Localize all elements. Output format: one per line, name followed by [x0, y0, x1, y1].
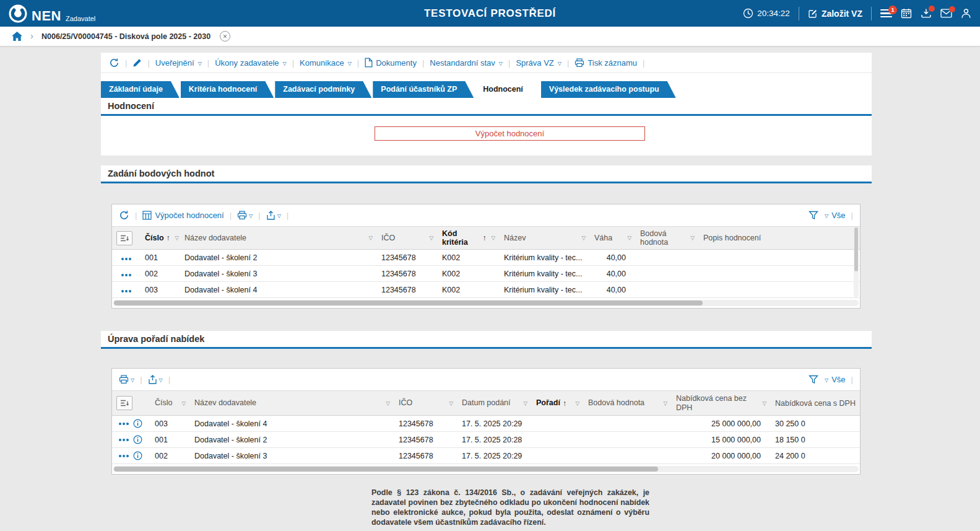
menu-dokumenty[interactable]: Dokumenty: [365, 58, 417, 68]
col-nazev-dodavatele[interactable]: Název dodavatele▽: [190, 391, 394, 416]
col-poradi[interactable]: Pořadí↑▽: [532, 391, 584, 416]
vertical-scrollbar[interactable]: [854, 227, 859, 297]
scrollbar-thumb[interactable]: [114, 467, 658, 472]
horizontal-scrollbar[interactable]: [113, 300, 859, 306]
col-ico[interactable]: IČO▽: [394, 391, 457, 416]
vypocet-hodnoceni-link[interactable]: Výpočet hodnocení: [142, 211, 223, 220]
cell-poradi[interactable]: [532, 416, 584, 432]
col-cislo[interactable]: Číslo▽: [150, 391, 190, 416]
tab-kriteria-hodnoceni[interactable]: Kritéria hodnocení: [181, 81, 274, 98]
menu-uverejneni[interactable]: Uveřejnění▽: [155, 58, 202, 68]
filter-icon[interactable]: ▽: [449, 400, 453, 406]
col-popis-hodnoceni[interactable]: Popis hodnocení: [699, 227, 860, 250]
col-bodova-hodnota[interactable]: Bodová hodnota▽: [584, 391, 672, 416]
filter-icon[interactable]: ▽: [663, 400, 667, 406]
menu-tisk-zaznamu[interactable]: Tisk záznamu: [575, 58, 637, 68]
edit-record-icon[interactable]: [132, 58, 142, 68]
menu-nestandardni-stav[interactable]: Nestandardní stav▽: [430, 58, 503, 68]
menu-ukony-zadavatele[interactable]: Úkony zadavatele▽: [215, 58, 287, 68]
export-button[interactable]: ▽: [266, 211, 281, 221]
col-nazev-dodavatele[interactable]: Název dodavatele▽: [180, 227, 377, 250]
table-row[interactable]: 001 Dodavatel - školení 2 12345678 17. 5…: [112, 432, 860, 448]
filter-icon[interactable]: ▽: [523, 400, 527, 406]
col-bodova-hodnota[interactable]: Bodová hodnota▽: [636, 227, 699, 250]
view-all-dropdown[interactable]: ▽ Vše: [824, 375, 846, 384]
row-actions-icon[interactable]: [121, 274, 124, 276]
print-button[interactable]: ▽: [237, 211, 253, 220]
funnel-icon[interactable]: [809, 211, 818, 220]
menu-komunikace[interactable]: Komunikace▽: [300, 58, 352, 68]
column-chooser-button[interactable]: [116, 396, 132, 410]
cell-bodova[interactable]: [636, 266, 699, 282]
row-actions-icon[interactable]: [119, 455, 121, 457]
close-record-icon[interactable]: ✕: [220, 31, 230, 42]
tab-zadavaci-podminky[interactable]: Zadávací podmínky: [275, 81, 371, 98]
refresh-icon[interactable]: [119, 210, 129, 221]
messages-button[interactable]: [940, 9, 952, 18]
filter-icon[interactable]: ▽: [175, 235, 180, 241]
col-cena-bez-dph[interactable]: Nabídková cena bez DPH▽: [672, 391, 771, 416]
filter-icon[interactable]: ▽: [627, 235, 631, 241]
col-cislo[interactable]: Číslo↑▽: [141, 227, 180, 250]
order-table-scrollport: Číslo▽ Název dodavatele▽ IČO▽ Datum podá…: [112, 390, 860, 464]
cell-popis[interactable]: [699, 266, 860, 282]
table-row[interactable]: 002 Dodavatel - školení 3 12345678 17. 5…: [112, 448, 860, 464]
filter-icon[interactable]: ▽: [429, 235, 433, 241]
cell-poradi[interactable]: [532, 432, 584, 448]
filter-icon[interactable]: ▽: [181, 400, 186, 406]
menu-sprava-vz[interactable]: Správa VZ▽: [516, 58, 562, 68]
print-button[interactable]: ▽: [119, 375, 134, 384]
export-button[interactable]: ▽: [148, 375, 163, 385]
row-actions-icon[interactable]: [119, 423, 121, 425]
tab-hodnoceni[interactable]: Hodnocení: [475, 81, 540, 98]
cell-bodova[interactable]: [636, 250, 699, 266]
col-cena-s-dph[interactable]: Nabídková cena s DPH: [771, 391, 860, 416]
create-vz-button[interactable]: Založit VZ: [808, 9, 862, 19]
col-nazev[interactable]: Název▽: [500, 227, 590, 250]
cell-bodova[interactable]: [636, 282, 699, 298]
tab-vysledek-zadavaciho-postupu[interactable]: Výsledek zadávacího postupu: [541, 81, 676, 98]
funnel-icon[interactable]: [809, 375, 818, 384]
col-ico[interactable]: IČO▽: [377, 227, 438, 250]
downloads-button[interactable]: [921, 8, 932, 19]
info-icon[interactable]: [133, 435, 142, 444]
row-actions-icon[interactable]: [121, 290, 124, 292]
filter-icon[interactable]: ▽: [386, 400, 390, 406]
brand[interactable]: NEN Zadavatel: [9, 4, 95, 23]
cell-poradi[interactable]: [532, 448, 584, 464]
scrollbar-thumb[interactable]: [854, 227, 858, 271]
main-menu-button[interactable]: 1: [880, 9, 892, 18]
tab-zakladni-udaje[interactable]: Základní údaje: [101, 81, 180, 98]
table-row[interactable]: 001 Dodavatel - školení 2 12345678 K002 …: [112, 250, 860, 266]
view-all-dropdown[interactable]: ▽ Vše: [824, 211, 846, 220]
profile-button[interactable]: [961, 8, 971, 19]
row-actions-icon[interactable]: [119, 439, 121, 441]
filter-icon[interactable]: ▽: [762, 400, 766, 406]
info-icon[interactable]: [133, 451, 142, 460]
column-chooser-button[interactable]: [116, 231, 132, 245]
cell-popis[interactable]: [699, 250, 860, 266]
table-row[interactable]: 003 Dodavatel - školení 4 12345678 17. 5…: [112, 416, 860, 432]
info-icon[interactable]: [133, 419, 142, 428]
tab-podani-ucastniku-zp[interactable]: Podání účastníků ZP: [373, 81, 474, 98]
row-actions-icon[interactable]: [121, 258, 124, 260]
printer-icon: [575, 58, 584, 68]
breadcrumb-record[interactable]: N006/25/V00004745 - Disková pole 2025 - …: [41, 32, 210, 41]
horizontal-scrollbar[interactable]: [113, 466, 859, 472]
vypocet-hodnoceni-button[interactable]: Výpočet hodnocení: [375, 126, 645, 141]
home-icon[interactable]: [12, 32, 22, 41]
col-vaha[interactable]: Váha▽: [590, 227, 636, 250]
history-icon[interactable]: [109, 58, 119, 68]
col-datum-podani[interactable]: Datum podání▽: [457, 391, 532, 416]
table-row[interactable]: 002 Dodavatel - školení 3 12345678 K002 …: [112, 266, 860, 282]
filter-icon[interactable]: ▽: [690, 235, 695, 241]
filter-icon[interactable]: ▽: [368, 235, 373, 241]
scrollbar-thumb[interactable]: [114, 301, 703, 305]
col-kod-kriteria[interactable]: Kód kritéria↑▽: [438, 227, 500, 250]
filter-icon[interactable]: ▽: [491, 235, 495, 241]
filter-icon[interactable]: ▽: [581, 235, 586, 241]
filter-icon[interactable]: ▽: [575, 400, 579, 406]
cell-popis[interactable]: [699, 282, 860, 298]
table-row[interactable]: 003 Dodavatel - školení 4 12345678 K002 …: [112, 282, 860, 298]
calendar-button[interactable]: [901, 8, 912, 19]
